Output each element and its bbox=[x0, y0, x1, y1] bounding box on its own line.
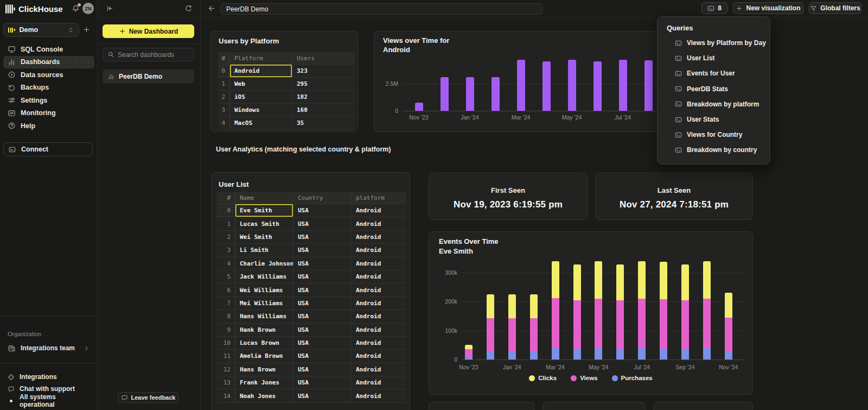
bar-segment[interactable] bbox=[530, 294, 538, 318]
bar-segment[interactable] bbox=[703, 261, 711, 299]
bar-segment[interactable] bbox=[542, 61, 551, 111]
table-row[interactable]: 5Jack WilliamsUSAAndroid bbox=[216, 270, 406, 283]
table-row[interactable]: 14Noah JonesUSAAndroid bbox=[216, 389, 406, 402]
workspace-select[interactable]: Demo bbox=[3, 23, 79, 37]
table-row[interactable]: 11Amelia BrownUSAAndroid bbox=[216, 350, 406, 363]
bar-segment[interactable] bbox=[644, 60, 653, 111]
sidebar-item-all-systems-operational[interactable]: All systems operational bbox=[0, 395, 98, 407]
table-row[interactable]: 8Hans WilliamsUSAAndroid bbox=[216, 310, 406, 323]
dashboard-search[interactable] bbox=[103, 48, 194, 61]
bar-segment[interactable] bbox=[568, 60, 576, 111]
bar-segment[interactable] bbox=[492, 77, 500, 111]
queries-count-button[interactable]: 8 bbox=[701, 2, 727, 14]
legend-item[interactable]: Views bbox=[571, 375, 597, 381]
sidebar-item-sql-console[interactable]: SQL Console bbox=[3, 43, 94, 56]
add-workspace-button[interactable] bbox=[82, 26, 91, 34]
query-item[interactable]: Views by Platform by Day bbox=[658, 35, 770, 51]
sidebar-item-backups[interactable]: Backups bbox=[3, 81, 94, 94]
table-row[interactable]: 2Wei SmithUSAAndroid bbox=[216, 231, 406, 244]
bar-segment[interactable] bbox=[508, 318, 516, 351]
query-item[interactable]: Views for Country bbox=[658, 127, 770, 142]
table-row[interactable]: 12Hans BrownUSAAndroid bbox=[216, 363, 406, 376]
query-item[interactable]: Breakdown by platform bbox=[658, 97, 770, 112]
table-row[interactable]: 6Wei WilliamsUSAAndroid bbox=[216, 283, 406, 297]
bar-segment[interactable] bbox=[681, 349, 689, 359]
query-item[interactable]: Breakdown by country bbox=[658, 142, 770, 157]
legend-item[interactable]: Purchases bbox=[612, 375, 653, 381]
bar-segment[interactable] bbox=[465, 357, 473, 359]
bar-segment[interactable] bbox=[552, 298, 559, 348]
sidebar-item-monitoring[interactable]: Monitoring bbox=[3, 107, 94, 120]
table-row[interactable]: 1Web295 bbox=[218, 78, 355, 91]
bar-segment[interactable] bbox=[415, 103, 423, 111]
bar-segment[interactable] bbox=[517, 60, 525, 111]
table-row[interactable]: 4MacOS35 bbox=[218, 117, 355, 130]
table-row[interactable]: 9Hank BrownUSAAndroid bbox=[216, 324, 406, 337]
table-row[interactable]: 13Frank JonesUSAAndroid bbox=[216, 376, 406, 389]
table-row[interactable]: 0Eve SmithUSAAndroid bbox=[216, 204, 406, 217]
leave-feedback-button[interactable]: Leave feedback bbox=[118, 392, 178, 403]
search-input[interactable] bbox=[118, 51, 183, 59]
bar-segment[interactable] bbox=[660, 299, 667, 349]
new-dashboard-button[interactable]: New Dashboard bbox=[103, 24, 194, 38]
table-row[interactable]: 7Mei WilliamsUSAAndroid bbox=[216, 297, 406, 310]
bar-segment[interactable] bbox=[595, 348, 602, 359]
bar-segment[interactable] bbox=[638, 299, 646, 348]
bar-segment[interactable] bbox=[725, 318, 732, 352]
sidebar-item-integrations-team[interactable]: Integrations team bbox=[0, 342, 98, 354]
bar-segment[interactable] bbox=[725, 293, 732, 318]
table-cell[interactable]: Eve Smith bbox=[235, 204, 293, 217]
bar-segment[interactable] bbox=[703, 299, 711, 348]
query-item[interactable]: User List bbox=[658, 51, 770, 66]
connect-button[interactable]: Connect bbox=[3, 142, 93, 156]
bar-segment[interactable] bbox=[616, 264, 624, 300]
bar-segment[interactable] bbox=[465, 345, 473, 350]
bar-segment[interactable] bbox=[593, 61, 602, 111]
bar-segment[interactable] bbox=[441, 77, 449, 111]
bar-segment[interactable] bbox=[508, 351, 516, 359]
bar-segment[interactable] bbox=[660, 349, 667, 359]
bar-segment[interactable] bbox=[616, 349, 624, 359]
table-row[interactable]: 0Android323 bbox=[218, 65, 355, 78]
sidebar-item-integrations[interactable]: Integrations bbox=[0, 371, 98, 383]
bar-segment[interactable] bbox=[552, 261, 559, 298]
bar-segment[interactable] bbox=[487, 294, 494, 318]
bar-segment[interactable] bbox=[725, 352, 732, 359]
query-item[interactable]: User Stats bbox=[658, 112, 770, 127]
sidebar-item-dashboards[interactable]: Dashboards bbox=[3, 56, 94, 69]
bar-segment[interactable] bbox=[552, 348, 559, 359]
bar-segment[interactable] bbox=[530, 351, 538, 359]
bar-segment[interactable] bbox=[466, 77, 474, 111]
bar-segment[interactable] bbox=[616, 300, 624, 349]
collapse-panel-icon[interactable] bbox=[106, 4, 114, 12]
bar-segment[interactable] bbox=[530, 318, 538, 351]
new-visualization-button[interactable]: New visualization bbox=[733, 2, 803, 14]
table-cell[interactable]: Android bbox=[230, 65, 292, 77]
global-filters-button[interactable]: Global filters bbox=[809, 2, 861, 14]
dashboard-item-peerdb-demo[interactable]: PeerDB Demo bbox=[103, 70, 194, 84]
query-item[interactable]: PeerDB Stats bbox=[658, 81, 770, 97]
bar-segment[interactable] bbox=[681, 300, 689, 349]
refresh-icon[interactable] bbox=[184, 4, 193, 12]
bar-segment[interactable] bbox=[638, 348, 646, 359]
bar-segment[interactable] bbox=[487, 351, 494, 359]
sidebar-item-help[interactable]: Help bbox=[3, 119, 94, 133]
table-row[interactable]: 4Charlie JohnsonUSAAndroid bbox=[216, 257, 406, 270]
back-arrow-icon[interactable] bbox=[207, 4, 215, 12]
query-item[interactable]: Events for User bbox=[658, 66, 770, 81]
table-row[interactable]: 3Li SmithUSAAndroid bbox=[216, 244, 406, 257]
bar-segment[interactable] bbox=[595, 261, 602, 299]
bar-segment[interactable] bbox=[487, 318, 494, 351]
bar-segment[interactable] bbox=[638, 261, 646, 299]
bar-segment[interactable] bbox=[595, 299, 602, 348]
table-row[interactable]: 2iOS182 bbox=[218, 91, 355, 104]
dashboard-title-input[interactable] bbox=[220, 3, 542, 15]
avatar[interactable]: ZN bbox=[82, 3, 94, 14]
bar-segment[interactable] bbox=[573, 349, 581, 359]
sidebar-item-data-sources[interactable]: Data sources bbox=[3, 68, 94, 81]
legend-item[interactable]: Clicks bbox=[529, 375, 557, 381]
table-row[interactable]: 3Windows160 bbox=[218, 104, 355, 117]
bar-segment[interactable] bbox=[465, 349, 473, 356]
bar-segment[interactable] bbox=[703, 348, 711, 359]
events-over-time-chart[interactable]: 0100k200k300kNov '23Jan '24Mar '24May '2… bbox=[429, 232, 752, 394]
